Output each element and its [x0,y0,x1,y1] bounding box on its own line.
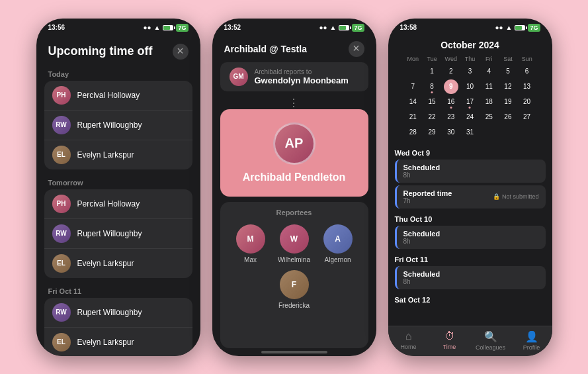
calendar-day[interactable]: 5 [501,64,515,79]
list-item[interactable]: EL Evelyn Larkspur [44,140,192,169]
calendar-day[interactable]: 23 [444,110,458,124]
calendar-day[interactable]: 17 [462,95,477,109]
reportee-item[interactable]: F Fredericka [276,270,313,309]
person-name: Percival Holloway [77,91,140,100]
status-bar-2: 13:52 ●● ▲ 7G [212,19,376,34]
calendar-day[interactable]: 16 [444,95,458,109]
calendar-day[interactable]: 20 [520,95,534,109]
calendar-day-header: Sat [499,54,517,64]
nav-label-profile: Profile [523,344,540,351]
list-item[interactable]: RW Rupert Willoughby [44,298,192,328]
calendar-day[interactable]: 12 [501,79,515,94]
avatar: EL [52,333,71,351]
main-profile-avatar: AP [273,122,315,165]
calendar-day[interactable]: 14 [405,95,420,109]
person-name: Evelyn Larkspur [77,150,134,160]
list-item[interactable]: RW Rupert Willoughby [44,219,192,249]
list-item[interactable]: PH Percival Holloway [44,81,192,111]
reports-to-avatar: GM [230,68,248,86]
schedule-item-label: Reported time [403,189,452,197]
list-item[interactable]: EL Evelyn Larkspur [44,249,192,278]
calendar-day[interactable]: 11 [482,79,496,94]
calendar-day[interactable]: 19 [501,95,515,109]
calendar-day[interactable]: 3 [462,64,477,79]
phone3-content: October 2024 MonTueWedThuFriSatSun123456… [388,34,552,326]
calendar-day[interactable]: 13 [520,79,534,94]
schedule-item-hours: 8h [403,171,539,179]
phone2-content: Archibald @ Testla × GM Archibald report… [212,34,376,348]
schedule-item[interactable]: Scheduled 8h [395,266,546,289]
calendar-day[interactable]: 29 [425,125,439,140]
calendar-day [405,64,420,79]
calendar-day-header: Wed [442,54,460,64]
list-item[interactable]: PH Percival Holloway [44,189,192,219]
schedule-item-hours: 8h [403,238,539,245]
calendar-day[interactable]: 9 [444,79,458,94]
nav-label-colleagues: Colleagues [476,344,505,351]
person-name: Percival Holloway [77,199,140,209]
close-button-1[interactable]: × [173,44,189,60]
schedule-item[interactable]: Reported time 7h 🔒 Not submitted [395,185,546,209]
person-name: Evelyn Larkspur [77,259,134,268]
calendar-day[interactable]: 2 [444,64,458,79]
close-button-2[interactable]: × [349,41,364,57]
reportee-item[interactable]: M Max [232,224,269,263]
calendar-day [482,125,496,140]
calendar-day[interactable]: 10 [462,79,477,94]
nav-label-time: Time [443,344,456,350]
calendar-day[interactable]: 27 [520,110,534,124]
calendar-day[interactable]: 25 [482,110,496,124]
reports-name: Gwendolyn Moonbeam [255,75,349,85]
status-icons-2: ●● ▲ 7G [319,24,364,32]
calendar-day-header: Tue [423,54,441,64]
phone-time-off: 13:56 ●● ▲ 7G Upcoming time off × Today … [36,19,200,356]
avatar: RW [52,116,71,134]
phones-container: 13:56 ●● ▲ 7G Upcoming time off × Today … [23,5,566,369]
avatar: RW [52,224,71,243]
nav-item-time[interactable]: ⏱ Time [429,330,470,351]
nav-item-colleagues[interactable]: 🔍 Colleagues [470,330,511,351]
list-item[interactable]: RW Rupert Willoughby [44,111,192,140]
battery-2 [339,25,349,30]
calendar-day[interactable]: 15 [425,95,439,109]
calendar-day[interactable]: 26 [501,110,515,124]
schedule-item-hours: 8h [403,278,539,285]
modal-title-2: Archibald @ Testla [224,44,307,54]
reportee-avatar: M [236,224,265,254]
schedule-item[interactable]: Scheduled 8h [395,160,546,183]
status-time-1: 13:56 [48,24,65,31]
bottom-nav: ⌂ Home ⏱ Time 🔍 Colleagues 👤 Profile [388,326,552,356]
avatar: PH [52,86,71,105]
calendar-day[interactable]: 1 [425,64,439,79]
battery-3 [515,25,525,30]
nav-item-profile[interactable]: 👤 Profile [511,330,552,351]
calendar-day[interactable]: 6 [520,64,534,79]
calendar-day[interactable]: 31 [462,125,477,140]
calendar-day [501,125,515,140]
reportee-item[interactable]: A Algernon [319,224,357,263]
calendar-day[interactable]: 28 [405,125,420,140]
calendar-day[interactable]: 4 [482,64,496,79]
list-item[interactable]: EL Evelyn Larkspur [44,328,192,356]
reportee-avatar: A [323,224,353,254]
calendar-day[interactable]: 30 [444,125,458,140]
section-label: Today [36,66,200,81]
schedule-item[interactable]: Scheduled 8h [395,226,546,249]
panel-title-1: Upcoming time off [48,44,153,58]
calendar-day[interactable]: 8 [425,79,439,94]
modal-header-2: Archibald @ Testla × [212,34,376,62]
calendar-day[interactable]: 24 [462,110,477,124]
three-dots: ⋮ [212,97,376,109]
main-profile-card[interactable]: AP Archibald Pendleton [220,109,368,197]
status-bar-1: 13:56 ●● ▲ 7G [36,19,200,34]
calendar-day[interactable]: 18 [482,95,496,109]
schedule-day-header: Fri Oct 11 [395,252,546,266]
phone-indicator-2 [261,351,327,353]
sections-container: Today PH Percival Holloway RW Rupert Wil… [36,66,200,356]
calendar-day[interactable]: 7 [405,79,420,94]
calendar-day[interactable]: 21 [405,110,420,124]
nav-item-home[interactable]: ⌂ Home [388,330,429,351]
calendar-day-header: Sun [518,54,536,64]
calendar-day[interactable]: 22 [425,110,439,124]
reportee-item[interactable]: W Wilhelmina [276,224,313,263]
